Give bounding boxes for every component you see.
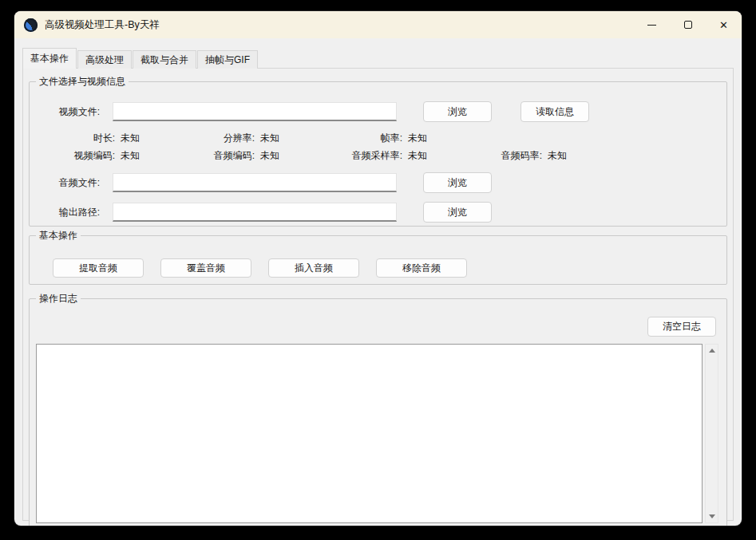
group-operation-log: 操作日志 清空日志	[29, 298, 727, 526]
audio-bitrate-label: 音频码率:	[445, 149, 542, 163]
extract-audio-button[interactable]: 提取音频	[53, 258, 144, 278]
tab-frames-and-gif[interactable]: 抽帧与GIF	[197, 50, 258, 69]
log-scrollbar[interactable]	[705, 344, 718, 523]
tab-basic-operations[interactable]: 基本操作	[22, 48, 77, 69]
group-basic-operations-title: 基本操作	[36, 230, 81, 242]
clear-log-button[interactable]: 清空日志	[647, 317, 716, 337]
output-path-label: 输出路径:	[30, 206, 100, 219]
info-audio-samplerate: 音频采样率: 未知	[297, 149, 445, 163]
info-audio-codec: 音频编码: 未知	[157, 149, 297, 163]
maximize-icon	[684, 21, 692, 29]
audio-file-row: 音频文件: 浏览	[30, 172, 726, 193]
audio-codec-value: 未知	[260, 149, 297, 163]
info-video-codec: 视频编码: 未知	[30, 149, 157, 163]
info-framerate: 帧率: 未知	[297, 132, 445, 145]
audio-codec-label: 音频编码:	[157, 149, 255, 163]
video-codec-value: 未知	[121, 149, 157, 163]
video-file-input[interactable]	[113, 102, 397, 121]
resolution-label: 分辨率:	[157, 132, 255, 145]
audio-browse-button[interactable]: 浏览	[423, 172, 492, 193]
log-textarea[interactable]	[36, 344, 703, 523]
framerate-label: 帧率:	[297, 132, 402, 145]
video-browse-button[interactable]: 浏览	[423, 101, 492, 122]
tab-advanced-processing[interactable]: 高级处理	[77, 50, 132, 69]
video-file-row: 视频文件: 浏览 读取信息	[30, 101, 726, 122]
minimize-icon	[647, 25, 656, 26]
audio-file-label: 音频文件:	[30, 176, 100, 190]
tab-cut-and-merge[interactable]: 截取与合并	[133, 50, 196, 69]
remove-audio-button[interactable]: 移除音频	[376, 258, 467, 278]
audio-samplerate-value: 未知	[408, 149, 445, 163]
framerate-value: 未知	[408, 132, 445, 145]
info-resolution: 分辨率: 未知	[157, 132, 297, 145]
info-duration: 时长: 未知	[30, 132, 157, 145]
overwrite-audio-button[interactable]: 覆盖音频	[160, 258, 251, 278]
video-codec-label: 视频编码:	[30, 149, 115, 163]
video-info-row-2: 视频编码: 未知 音频编码: 未知 音频采样率: 未知 音频码率: 未知	[30, 149, 726, 163]
close-icon: ✕	[719, 20, 728, 30]
video-file-label: 视频文件:	[30, 105, 100, 119]
tab-bar: 基本操作 高级处理 截取与合并 抽帧与GIF	[14, 38, 742, 69]
group-basic-operations: 基本操作 提取音频 覆盖音频 插入音频 移除音频	[29, 235, 727, 285]
title-bar: 高级视频处理工具-By天祥 ✕	[14, 11, 742, 38]
audio-file-input[interactable]	[113, 173, 397, 192]
info-audio-bitrate: 音频码率: 未知	[445, 149, 584, 163]
output-path-input[interactable]	[113, 203, 397, 222]
desktop: { "window": { "title": "高级视频处理工具-By天祥", …	[0, 0, 756, 540]
read-info-button[interactable]: 读取信息	[520, 101, 589, 122]
log-toolbar: 清空日志	[30, 317, 716, 337]
audio-samplerate-label: 音频采样率:	[297, 149, 402, 163]
scroll-up-icon[interactable]	[709, 349, 715, 353]
output-path-row: 输出路径: 浏览	[30, 202, 726, 223]
duration-label: 时长:	[30, 132, 115, 145]
resolution-value: 未知	[260, 132, 297, 145]
output-browse-button[interactable]: 浏览	[423, 202, 492, 223]
log-area	[36, 344, 718, 523]
minimize-button[interactable]	[634, 11, 670, 38]
audio-bitrate-value: 未知	[548, 149, 584, 163]
insert-audio-button[interactable]: 插入音频	[268, 258, 359, 278]
tab-panel-basic-operations: 文件选择与视频信息 视频文件: 浏览 读取信息 时长: 未知 分辨率: 未知 帧…	[22, 68, 734, 521]
window-title: 高级视频处理工具-By天祥	[45, 18, 160, 32]
close-button[interactable]: ✕	[706, 11, 742, 38]
maximize-button[interactable]	[670, 11, 706, 38]
window-controls: ✕	[634, 11, 742, 38]
basic-operations-row: 提取音频 覆盖音频 插入音频 移除音频	[30, 258, 726, 278]
duration-value: 未知	[121, 132, 157, 145]
scroll-down-icon[interactable]	[709, 514, 715, 518]
app-icon	[24, 18, 38, 32]
group-file-selection: 文件选择与视频信息 视频文件: 浏览 读取信息 时长: 未知 分辨率: 未知 帧…	[29, 81, 727, 227]
group-operation-log-title: 操作日志	[36, 293, 81, 305]
group-file-selection-title: 文件选择与视频信息	[36, 76, 129, 88]
app-window: 高级视频处理工具-By天祥 ✕ 基本操作 高级处理 截取与合并 抽帧与GIF 文…	[14, 11, 742, 526]
video-info-row-1: 时长: 未知 分辨率: 未知 帧率: 未知	[30, 132, 726, 145]
